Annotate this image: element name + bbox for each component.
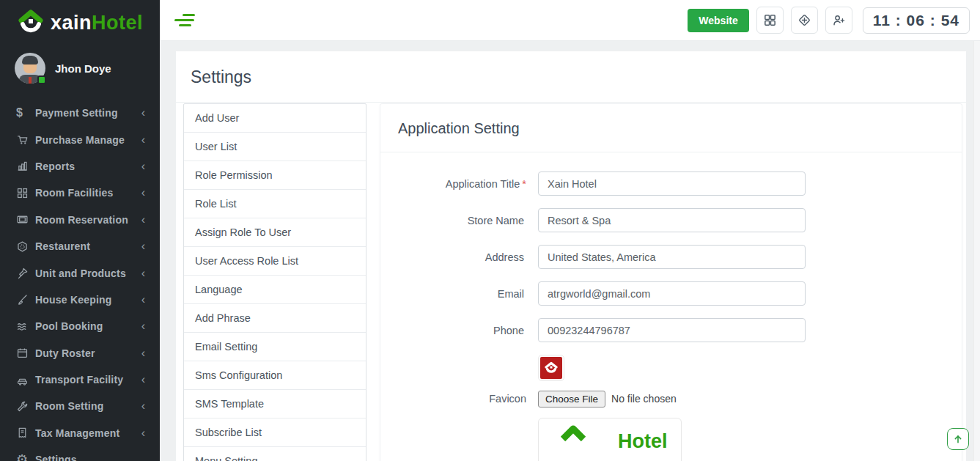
compass-icon[interactable] xyxy=(791,7,818,34)
form-row: Application Title* xyxy=(380,172,962,196)
sidebar-item[interactable]: Room Facilities ‹ xyxy=(0,180,160,206)
brand-name-suffix: Hotel xyxy=(92,12,143,34)
online-status-dot xyxy=(37,75,46,84)
sidebar-item-label: Room Reservation xyxy=(35,214,141,226)
settings-menu-item[interactable]: Role Permission xyxy=(184,161,366,190)
settings-menu-item[interactable]: Email Setting xyxy=(184,333,366,361)
sidebar-item-label: Room Facilities xyxy=(35,187,141,199)
field-label: Address xyxy=(380,251,526,263)
settings-menu-item[interactable]: Language xyxy=(184,276,366,304)
text-input[interactable] xyxy=(538,318,806,342)
field-control xyxy=(538,172,806,196)
chevron-left-icon: ‹ xyxy=(141,240,145,252)
settings-menu-item[interactable]: Sms Configuration xyxy=(184,361,366,390)
required-asterisk: * xyxy=(522,178,526,190)
text-input[interactable] xyxy=(538,281,806,306)
chevron-left-icon: ‹ xyxy=(141,374,145,386)
sidebar-item[interactable]: Unit and Products ‹ xyxy=(0,259,160,286)
form-row: Store Name xyxy=(380,208,962,232)
sidebar-item[interactable]: Duty Roster ‹ xyxy=(0,340,160,366)
sidebar-item[interactable]: Transport Facility ‹ xyxy=(0,366,160,393)
sidebar-item[interactable]: $ Payment Setting ‹ xyxy=(0,100,160,126)
sidebar-item-label: Room Setting xyxy=(35,400,141,412)
text-input[interactable] xyxy=(538,208,806,232)
sidebar-item-label: Duty Roster xyxy=(35,347,141,359)
sidebar-item[interactable]: Reports ‹ xyxy=(0,153,160,180)
sidebar-item[interactable]: Pool Booking ‹ xyxy=(0,313,160,339)
sidebar-item[interactable]: Room Reservation ‹ xyxy=(0,207,160,233)
chevron-left-icon: ‹ xyxy=(141,187,145,199)
field-label: Application Title* xyxy=(380,178,526,190)
settings-menu-item[interactable]: Subscribe List xyxy=(184,418,366,447)
brand-logo[interactable]: xainHotel xyxy=(0,0,160,43)
settings-menu-item[interactable]: Menu Setting xyxy=(184,447,366,461)
dollar-icon: $ xyxy=(16,107,35,119)
house-logo-icon xyxy=(16,8,45,37)
sidebar-item-label: Transport Facility xyxy=(35,374,141,386)
gear-icon: ⚙ xyxy=(16,453,35,461)
website-button[interactable]: Website xyxy=(688,9,748,32)
sidebar-item-label: Reports xyxy=(35,161,141,172)
logo-preview: Hotel xyxy=(538,418,682,461)
settings-menu-item[interactable]: User Access Role List xyxy=(184,247,366,276)
chevron-left-icon: ‹ xyxy=(141,320,145,332)
scroll-to-top-button[interactable] xyxy=(947,428,969,450)
file-status-text: No file chosen xyxy=(611,393,677,405)
hamburger-menu-icon[interactable] xyxy=(174,12,196,29)
favicon-label: Favicon xyxy=(380,393,526,461)
text-input[interactable] xyxy=(538,172,806,196)
logo-preview-text: Hotel xyxy=(618,430,668,453)
hexagon-icon xyxy=(16,240,35,253)
favicon-file-input: Choose File No file chosen xyxy=(538,390,682,407)
settings-menu-item[interactable]: User List xyxy=(184,133,366,161)
favicon-controls: Choose File No file chosen Hotel xyxy=(538,355,682,461)
add-user-icon[interactable] xyxy=(825,7,852,34)
brand-name-prefix: xain xyxy=(51,12,92,34)
field-label-text: Application Title xyxy=(446,178,520,190)
chevron-left-icon: ‹ xyxy=(141,268,145,279)
scrollbar[interactable] xyxy=(973,41,980,461)
sidebar-item-label: Unit and Products xyxy=(35,268,141,279)
field-control xyxy=(538,281,806,306)
form-row: Email xyxy=(380,281,962,306)
field-label-text: Address xyxy=(485,251,524,263)
sidebar-item[interactable]: Room Setting ‹ xyxy=(0,393,160,419)
form-row: Phone xyxy=(380,318,962,342)
favicon-row: Favicon Choose File No file xyxy=(380,355,962,461)
logo-chevron-icon xyxy=(559,425,587,443)
sidebar-item-label: Purchase Manage xyxy=(35,134,141,146)
form-title: Application Setting xyxy=(380,104,962,152)
page-title: Settings xyxy=(176,51,966,103)
chevron-left-icon: ‹ xyxy=(141,134,145,146)
field-control xyxy=(538,208,806,232)
sidebar-nav: $ Payment Setting ‹ Purchase Manage ‹ Re… xyxy=(0,100,160,461)
main-content: Settings Add UserUser ListRole Permissio… xyxy=(176,51,966,461)
avatar xyxy=(15,53,45,84)
settings-menu-item[interactable]: Add User xyxy=(184,104,366,133)
sidebar-item[interactable]: ⚙ Settings xyxy=(0,446,160,461)
clock: 11 : 06 : 54 xyxy=(863,7,970,34)
settings-menu-item[interactable]: Add Phrase xyxy=(184,304,366,333)
chevron-left-icon: ‹ xyxy=(141,427,145,439)
field-label: Email xyxy=(380,288,526,300)
sidebar-item[interactable]: House Keeping ‹ xyxy=(0,287,160,313)
user-profile[interactable]: Jhon Doye xyxy=(0,43,160,94)
application-setting-card: Application Setting Application Title* S… xyxy=(380,103,962,461)
form-row: Address xyxy=(380,245,962,269)
text-input[interactable] xyxy=(538,245,806,269)
sidebar-item-label: Pool Booking xyxy=(35,320,141,332)
sidebar-item[interactable]: Purchase Manage ‹ xyxy=(0,126,160,152)
chevron-left-icon: ‹ xyxy=(141,294,145,306)
sidebar: xainHotel Jhon Doye $ Payment Setting ‹ … xyxy=(0,0,160,461)
sidebar-item-label: House Keeping xyxy=(35,294,141,306)
settings-menu-item[interactable]: Role List xyxy=(184,190,366,218)
field-label-text: Store Name xyxy=(468,215,524,226)
apps-grid-icon[interactable] xyxy=(756,7,784,34)
settings-menu-item[interactable]: Assign Role To User xyxy=(184,218,366,247)
sidebar-item[interactable]: Restaurent ‹ xyxy=(0,233,160,259)
sidebar-item[interactable]: Tax Management ‹ xyxy=(0,420,160,446)
choose-file-button[interactable]: Choose File xyxy=(538,391,605,407)
chevron-left-icon: ‹ xyxy=(141,107,145,119)
pin-icon xyxy=(16,267,35,279)
settings-menu-item[interactable]: SMS Template xyxy=(184,390,366,418)
